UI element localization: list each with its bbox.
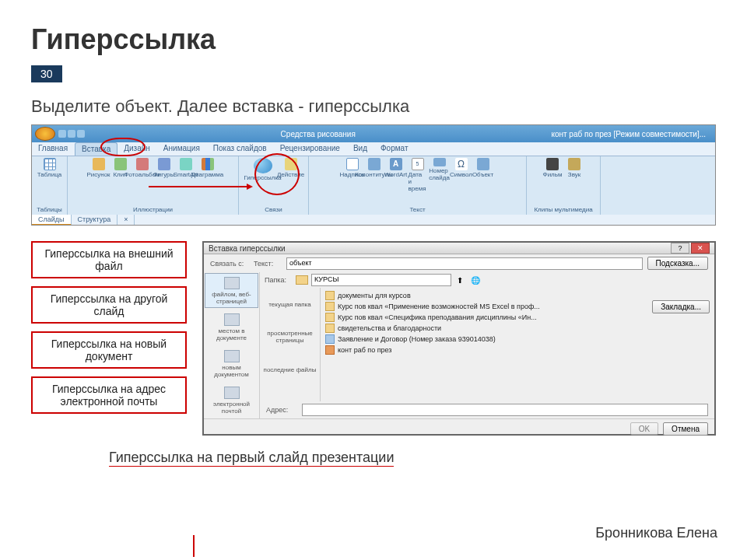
look-in-panel: текущая папка просмотренные страницы пос… <box>260 288 321 401</box>
browsed-pages-button[interactable]: просмотренные страницы <box>260 320 320 353</box>
callout-email: Гиперссылка на адрес электронной почты <box>31 376 187 414</box>
close-icon[interactable]: ✕ <box>691 243 710 254</box>
address-field[interactable] <box>302 404 708 416</box>
wordart-button[interactable]: AWordArt <box>387 158 405 181</box>
dialog-title: Вставка гиперссылки <box>209 244 671 253</box>
ribbon-context-title: Средства рисования <box>88 130 548 138</box>
office-button[interactable] <box>35 127 55 141</box>
ok-button[interactable]: OK <box>630 422 658 436</box>
author-name: Бронникова Елена <box>595 525 717 541</box>
file-item: Заявление и Договор (Номер заказа 939014… <box>325 334 710 344</box>
symbol-button[interactable]: ΩСимвол <box>452 158 471 181</box>
text-field[interactable]: объект <box>286 257 643 270</box>
picture-button[interactable]: Рисунок <box>89 158 108 181</box>
sound-button[interactable]: Звук <box>565 158 584 181</box>
file-item: конт раб по през <box>325 345 710 355</box>
group-links-label: Связи <box>265 206 282 213</box>
callout-external-file: Гиперссылка на внешний файл <box>31 241 187 278</box>
link-to-place[interactable]: местом в документе <box>205 310 258 345</box>
group-media-label: Клипы мультимедиа <box>534 206 592 213</box>
tab-animation[interactable]: Анимация <box>157 142 207 156</box>
chart-button[interactable]: Диаграмма <box>198 158 217 181</box>
current-folder-button[interactable]: текущая папка <box>260 288 320 320</box>
slidenumber-button[interactable]: Номер слайда <box>430 158 449 181</box>
ribbon-screenshot: Средства рисования конт раб по през [Реж… <box>31 124 716 226</box>
outline-pane-tab[interactable]: Структура <box>72 215 118 226</box>
slide-title: Гиперссылка <box>31 23 716 56</box>
hint-button[interactable]: Подсказка... <box>647 257 708 270</box>
object-button[interactable]: Объект <box>474 158 493 181</box>
quick-access-toolbar[interactable] <box>58 130 85 138</box>
browse-web-icon[interactable]: 🌐 <box>468 276 482 285</box>
group-text-label: Текст <box>409 206 425 213</box>
tab-view[interactable]: Вид <box>347 142 374 156</box>
file-item: свидетельства и благодарности <box>325 324 710 333</box>
headerfooter-button[interactable]: Колонтитулы <box>365 158 384 181</box>
link-to-label: Связать с: <box>210 260 249 268</box>
insert-hyperlink-dialog: Вставка гиперссылки ? ✕ Связать с: Текст… <box>202 241 716 436</box>
page-number-badge: 30 <box>31 65 62 82</box>
recent-files-button[interactable]: последние файлы <box>260 353 320 386</box>
up-folder-icon[interactable]: ⬆ <box>454 276 465 285</box>
slides-pane-tab[interactable]: Слайды <box>32 215 72 226</box>
callout-list: Гиперссылка на внешний файл Гиперссылка … <box>31 241 187 436</box>
photoalbum-button[interactable]: Фотоальбом <box>133 158 152 181</box>
link-to-file-web[interactable]: файлом, веб-страницей <box>205 273 258 308</box>
tab-insert[interactable]: Вставка <box>75 142 117 156</box>
file-item: Курс пов квал «Специфика преподавания ди… <box>325 313 710 322</box>
ribbon-tabs: Главная Вставка Дизайн Анимация Показ сл… <box>32 142 715 156</box>
file-item: документы для курсов <box>325 291 710 300</box>
help-icon[interactable]: ? <box>671 243 689 254</box>
datetime-button[interactable]: 5Дата и время <box>409 158 427 181</box>
folder-label: Папка: <box>265 276 293 284</box>
link-to-email[interactable]: электронной почтой <box>205 383 258 418</box>
address-label: Адрес: <box>266 406 297 414</box>
shapes-button[interactable]: Фигуры <box>155 158 174 181</box>
footer-hyperlink-example[interactable]: Гиперссылка на первый слайд презентации <box>109 450 394 467</box>
text-label: Текст: <box>254 260 282 268</box>
group-illustrations-label: Иллюстрации <box>133 206 173 213</box>
tab-review[interactable]: Рецензирование <box>274 142 347 156</box>
tab-format[interactable]: Формат <box>374 142 416 156</box>
folder-icon <box>296 275 308 285</box>
close-pane-icon[interactable]: × <box>117 215 135 226</box>
callout-new-document: Гиперссылка на новый документ <box>31 331 187 369</box>
tab-home[interactable]: Главная <box>32 142 75 156</box>
annotation-line <box>193 535 195 557</box>
action-button[interactable]: Действие <box>282 158 300 181</box>
document-title: конт раб по през [Режим совместимости]..… <box>551 130 712 138</box>
tab-design[interactable]: Дизайн <box>117 142 157 156</box>
link-to-panel: файлом, веб-страницей местом в документе… <box>204 272 260 418</box>
link-to-new-doc[interactable]: новым документом <box>205 346 258 381</box>
callout-other-slide: Гиперссылка на другой слайд <box>31 286 187 324</box>
group-tables-label: Таблицы <box>37 206 62 213</box>
cancel-button[interactable]: Отмена <box>663 422 708 436</box>
hyperlink-button[interactable]: Гиперссылка <box>247 158 279 181</box>
slide-subtitle: Выделите объект. Далее вставка - гиперсс… <box>31 96 716 117</box>
tab-slideshow[interactable]: Показ слайдов <box>207 142 274 156</box>
bookmark-button[interactable]: Закладка... <box>652 300 710 313</box>
table-button[interactable]: Таблица <box>40 158 59 181</box>
movie-button[interactable]: Фильм <box>543 158 562 181</box>
folder-dropdown[interactable]: КУРСЫ <box>311 274 451 286</box>
